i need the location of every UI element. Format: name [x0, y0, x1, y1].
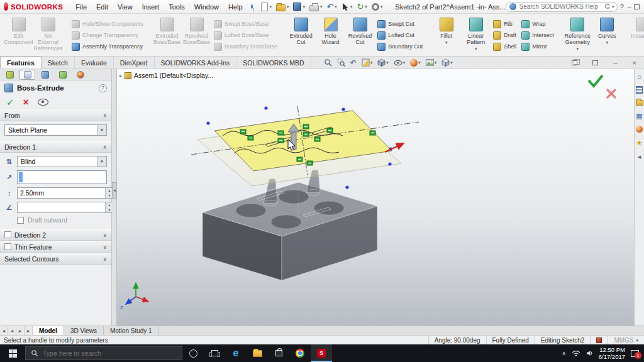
action-center-icon[interactable]: 1 [631, 350, 639, 357]
ok-button[interactable]: ✓ [6, 97, 14, 107]
options-button[interactable]: ▾ [370, 0, 385, 14]
print-dropdown-icon[interactable]: ▾ [320, 4, 323, 9]
menu-window[interactable]: Window [190, 0, 223, 14]
minimize-button[interactable]: – [626, 3, 633, 11]
linear-pattern-dropdown-icon[interactable]: ▾ [475, 47, 477, 51]
pin-icon[interactable] [251, 4, 253, 9]
chevron-down-icon[interactable]: ∨ [103, 256, 107, 262]
nav-prev-button[interactable]: ◂ [8, 326, 16, 335]
hide-show-components-button[interactable]: Hide/Show Components [69, 19, 146, 29]
swept-boss-base-button[interactable]: Swept Boss/Base [211, 19, 280, 29]
section-view-button[interactable]: ▾ [362, 58, 373, 67]
taskbar-search[interactable] [25, 346, 182, 360]
reverse-direction-icon[interactable]: ⇅ [4, 158, 14, 166]
revolved-boss-base-button[interactable]: Revolved Boss/Base [182, 15, 211, 55]
cortana-button[interactable] [182, 344, 204, 362]
draft-outward-checkbox[interactable] [17, 217, 24, 224]
task-pane-home-icon[interactable]: ⌂ [636, 72, 643, 80]
display-style-button[interactable]: ▾ [377, 58, 389, 67]
print-button[interactable]: ▾ [308, 0, 325, 14]
direction2-checkbox[interactable] [4, 231, 11, 238]
chevron-up-icon[interactable]: ∧ [103, 144, 107, 150]
help-button[interactable]: ? [618, 3, 625, 11]
appearances-icon[interactable] [636, 126, 643, 133]
design-library-icon[interactable] [636, 86, 643, 94]
start-button[interactable] [0, 344, 25, 362]
wifi-icon[interactable] [572, 350, 580, 356]
window-tabs-button[interactable] [572, 60, 577, 65]
boundary-cut-button[interactable]: Boundary Cut [375, 41, 425, 52]
curves-dropdown-icon[interactable]: ▾ [606, 40, 608, 45]
thin-feature-checkbox[interactable] [4, 243, 11, 250]
restore-button[interactable] [633, 4, 640, 9]
start-condition-dropdown[interactable]: Sketch Plane ▾ [4, 124, 107, 136]
tab-features[interactable]: Features [0, 57, 42, 69]
status-units[interactable]: MMGS▾ [608, 336, 644, 344]
tab-motion-study[interactable]: Motion Study 1 [104, 326, 159, 335]
open-file-button[interactable]: ▾ [274, 0, 291, 14]
extruded-cut-button[interactable]: Extruded Cut [286, 15, 316, 55]
mirror-button[interactable]: Mirror [519, 41, 557, 52]
dropdown-arrow-icon[interactable]: ▾ [97, 156, 106, 167]
tray-expand-icon[interactable]: ∧ [562, 350, 566, 356]
open-dropdown-icon[interactable]: ▾ [287, 4, 289, 9]
direction2-section-header[interactable]: Direction 2 ∨ [0, 229, 111, 241]
confirm-cancel-button[interactable] [607, 89, 616, 98]
clock[interactable]: 12:50 PM 6/17/2017 [599, 346, 625, 360]
confirm-accept-button[interactable] [589, 75, 602, 86]
thin-feature-section-header[interactable]: Thin Feature ∨ [0, 241, 111, 253]
cancel-button[interactable]: × [23, 97, 29, 107]
configuration-manager-tab[interactable] [37, 70, 53, 80]
options-dropdown-icon[interactable]: ▾ [380, 4, 383, 9]
rebuild-button[interactable]: ↻▾ [355, 0, 369, 14]
direction-selection-box[interactable] [17, 170, 107, 184]
nav-first-button[interactable]: ◂ [0, 326, 8, 335]
draft-input[interactable] [18, 202, 105, 212]
menu-view[interactable]: View [113, 0, 137, 14]
reference-geometry-dropdown-icon[interactable]: ▾ [576, 47, 579, 51]
zoom-to-area-button[interactable] [337, 58, 345, 67]
tab-dimxpert[interactable]: DimXpert [114, 57, 155, 69]
view-orientation-button[interactable]: ▾ [441, 58, 453, 67]
no-external-references-button[interactable]: No External References [33, 15, 63, 55]
task-view-button[interactable] [204, 344, 225, 362]
assembly-tree-label[interactable]: Assem1 (Default<Display... [134, 72, 213, 79]
base-part[interactable] [203, 170, 377, 280]
dropdown-arrow-icon[interactable]: ▾ [97, 125, 106, 135]
doc-minimize-button[interactable]: – [613, 59, 617, 67]
previous-view-button[interactable]: ↶ [350, 58, 357, 67]
save-button[interactable]: ▾ [291, 0, 307, 14]
from-section-header[interactable]: From ∧ [0, 109, 111, 121]
chevron-down-icon[interactable]: ∨ [103, 232, 107, 238]
zoom-to-fit-button[interactable] [324, 58, 332, 67]
feature-manager-tab[interactable] [2, 70, 18, 80]
save-dropdown-icon[interactable]: ▾ [303, 4, 305, 9]
tab-sketch[interactable]: Sketch [42, 57, 75, 69]
selected-contours-section-header[interactable]: Selected Contours ∨ [0, 253, 111, 265]
nav-last-button[interactable]: ▸ [25, 326, 33, 335]
chrome-button[interactable] [289, 344, 311, 362]
solidworks-taskbar-button[interactable]: S [311, 344, 332, 362]
select-button[interactable]: ▾ [340, 0, 355, 14]
swept-cut-button[interactable]: Swept Cut [375, 19, 425, 29]
rib-button[interactable]: Rib [491, 19, 519, 29]
tab-3d-views[interactable]: 3D Views [64, 326, 104, 335]
menu-file[interactable]: File [71, 0, 91, 14]
menu-help[interactable]: Help [224, 0, 247, 14]
pane-collapse-icon[interactable]: ◂ [636, 153, 643, 160]
panel-collapse-handle[interactable]: ◂ [112, 182, 117, 199]
store-button[interactable] [268, 344, 289, 362]
instant3d-button[interactable]: Instant3D [628, 15, 644, 55]
curves-button[interactable]: Curves▾ [592, 15, 622, 55]
display-manager-tab[interactable] [72, 70, 88, 80]
undo-button[interactable]: ↶▾ [325, 0, 338, 14]
graphics-viewport[interactable]: ▸ Assem1 (Default<Display... [117, 69, 634, 326]
edit-component-button[interactable]: Edit Component [4, 15, 33, 55]
new-file-button[interactable]: ▾ [259, 0, 274, 14]
assembly-transparency-button[interactable]: Assembly Transparency [69, 41, 146, 52]
tab-solidworks-addins[interactable]: SOLIDWORKS Add-Ins [155, 57, 237, 69]
search-icon[interactable] [604, 3, 609, 11]
depth-spinner[interactable]: ▴▾ [17, 187, 114, 199]
model-view-canvas[interactable]: Z [117, 69, 634, 326]
boundary-boss-base-button[interactable]: Boundary Boss/Base [211, 41, 280, 52]
